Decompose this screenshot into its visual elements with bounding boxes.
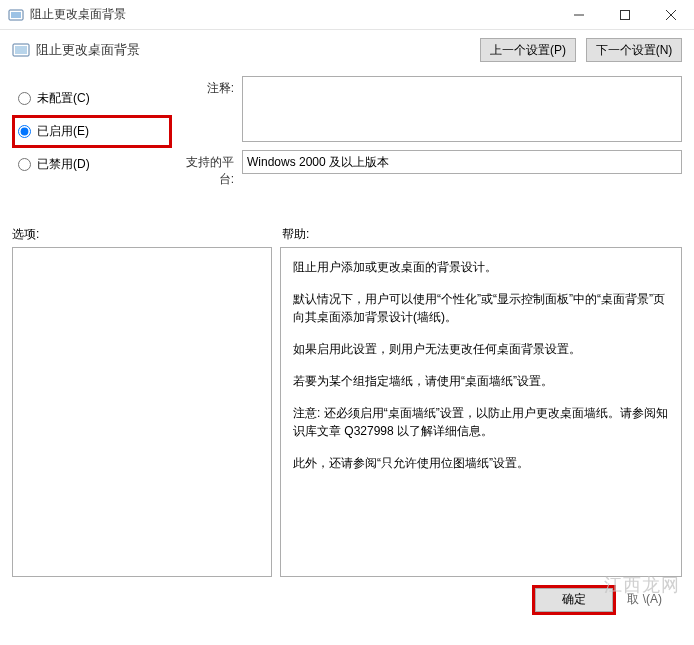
dialog-footer: 确定 取 \(A) (12, 577, 682, 612)
cancel-button-partial[interactable]: 取 \(A) (621, 587, 668, 612)
radio-disabled-input[interactable] (18, 158, 31, 171)
nav-buttons: 上一个设置(P) 下一个设置(N) (480, 38, 682, 62)
form-column: 注释: 支持的平台: (172, 76, 682, 196)
radio-enabled-label: 已启用(E) (37, 123, 89, 140)
next-setting-button[interactable]: 下一个设置(N) (586, 38, 682, 62)
state-radio-group: 未配置(C) 已启用(E) 已禁用(D) (12, 76, 172, 196)
help-paragraph: 默认情况下，用户可以使用“个性化”或“显示控制面板”中的“桌面背景”页向其桌面添… (293, 290, 669, 326)
radio-not-configured-input[interactable] (18, 92, 31, 105)
help-paragraph: 阻止用户添加或更改桌面的背景设计。 (293, 258, 669, 276)
close-button[interactable] (648, 0, 694, 30)
comment-row: 注释: (172, 76, 682, 142)
help-paragraph: 如果启用此设置，则用户无法更改任何桌面背景设置。 (293, 340, 669, 358)
ok-button[interactable]: 确定 (535, 588, 613, 612)
minimize-button[interactable] (556, 0, 602, 30)
app-icon (8, 7, 24, 23)
svg-rect-1 (11, 12, 21, 18)
previous-setting-button[interactable]: 上一个设置(P) (480, 38, 576, 62)
radio-enabled-input[interactable] (18, 125, 31, 138)
window-controls (556, 0, 694, 29)
help-panel[interactable]: 阻止用户添加或更改桌面的背景设计。 默认情况下，用户可以使用“个性化”或“显示控… (280, 247, 682, 577)
header-row: 阻止更改桌面背景 上一个设置(P) 下一个设置(N) (12, 38, 682, 62)
window-title: 阻止更改桌面背景 (30, 6, 556, 23)
radio-disabled-label: 已禁用(D) (37, 156, 90, 173)
svg-rect-7 (15, 46, 27, 54)
help-paragraph: 此外，还请参阅“只允许使用位图墙纸”设置。 (293, 454, 669, 472)
titlebar: 阻止更改桌面背景 (0, 0, 694, 30)
comment-textarea[interactable] (242, 76, 682, 142)
platform-row: 支持的平台: (172, 150, 682, 188)
radio-not-configured[interactable]: 未配置(C) (12, 82, 172, 115)
panels-row: 阻止用户添加或更改桌面的背景设计。 默认情况下，用户可以使用“个性化”或“显示控… (12, 247, 682, 577)
radio-not-configured-label: 未配置(C) (37, 90, 90, 107)
platform-field (242, 150, 682, 174)
help-paragraph: 若要为某个组指定墙纸，请使用“桌面墙纸”设置。 (293, 372, 669, 390)
policy-icon (12, 41, 30, 59)
comment-label: 注释: (172, 76, 242, 142)
options-panel (12, 247, 272, 577)
platform-label: 支持的平台: (172, 150, 242, 188)
content-area: 阻止更改桌面背景 上一个设置(P) 下一个设置(N) 未配置(C) 已启用(E)… (0, 30, 694, 620)
help-label: 帮助: (272, 226, 309, 243)
help-paragraph: 注意: 还必须启用“桌面墙纸”设置，以防止用户更改桌面墙纸。请参阅知识库文章 Q… (293, 404, 669, 440)
page-title: 阻止更改桌面背景 (36, 41, 480, 59)
radio-disabled[interactable]: 已禁用(D) (12, 148, 172, 181)
svg-rect-3 (621, 11, 630, 20)
options-label: 选项: (12, 226, 272, 243)
section-labels: 选项: 帮助: (12, 226, 682, 243)
radio-enabled[interactable]: 已启用(E) (12, 115, 172, 148)
config-area: 未配置(C) 已启用(E) 已禁用(D) 注释: 支持的平台: (12, 76, 682, 196)
maximize-button[interactable] (602, 0, 648, 30)
